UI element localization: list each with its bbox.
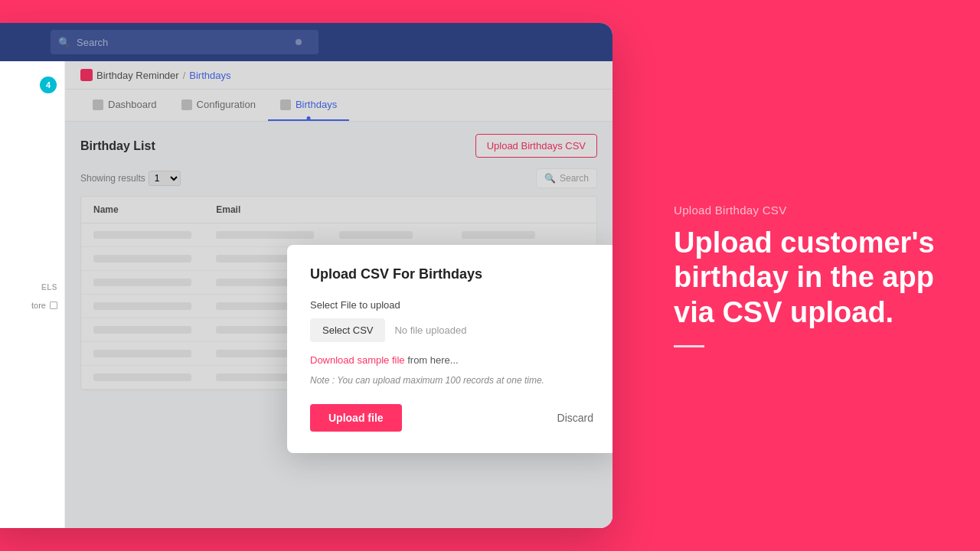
right-panel: Upload Birthday CSV Upload customer's bi… bbox=[635, 0, 980, 551]
file-field-label: Select File to upload bbox=[310, 299, 593, 311]
download-suffix-text: from here... bbox=[407, 354, 458, 366]
no-file-text: No file uploaded bbox=[394, 324, 466, 336]
app-screen: 🔍 4 ELS tore Birthday Reminder / Birthda… bbox=[0, 23, 612, 528]
sidebar-bottom: ELS tore bbox=[0, 283, 65, 310]
store-label: tore bbox=[31, 301, 46, 310]
select-csv-button[interactable]: Select CSV bbox=[310, 318, 385, 342]
modal-overlay: Upload CSV For Birthdays Select File to … bbox=[65, 61, 612, 528]
sidebar-item-store[interactable]: tore bbox=[31, 301, 57, 310]
topbar-dot bbox=[296, 39, 302, 45]
download-sample-link[interactable]: Download sample file bbox=[310, 354, 405, 366]
discard-button[interactable]: Discard bbox=[557, 412, 593, 424]
notification-badge[interactable]: 4 bbox=[40, 77, 57, 93]
right-panel-title: Upload customer's birthday in the app vi… bbox=[674, 226, 942, 331]
right-panel-divider bbox=[674, 345, 704, 347]
modal-title: Upload CSV For Birthdays bbox=[310, 266, 593, 282]
upload-file-button[interactable]: Upload file bbox=[310, 404, 402, 432]
search-bar[interactable]: 🔍 bbox=[51, 30, 318, 54]
sidebar-section-els: ELS bbox=[41, 283, 57, 292]
search-icon: 🔍 bbox=[58, 37, 70, 48]
right-panel-subtitle: Upload Birthday CSV bbox=[674, 204, 942, 217]
file-select-row: Select CSV No file uploaded bbox=[310, 318, 593, 342]
main-content: Birthday Reminder / Birthdays Dashboard … bbox=[65, 61, 612, 528]
download-row: Download sample file from here... bbox=[310, 354, 593, 366]
upload-csv-modal: Upload CSV For Birthdays Select File to … bbox=[287, 245, 612, 453]
modal-actions: Upload file Discard bbox=[310, 404, 593, 432]
upload-note: Note : You can upload maximum 100 record… bbox=[310, 375, 593, 386]
search-input[interactable] bbox=[77, 37, 311, 48]
external-link-icon bbox=[50, 302, 57, 309]
app-topbar: 🔍 bbox=[0, 23, 612, 61]
